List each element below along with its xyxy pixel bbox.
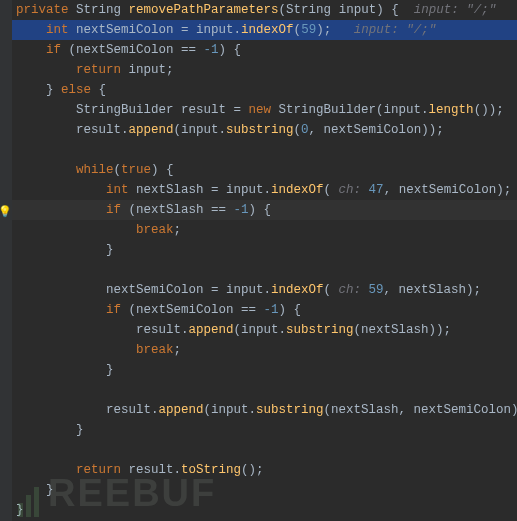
method-call: append xyxy=(129,123,174,137)
code-area[interactable]: private String removePathParameters(Stri… xyxy=(12,0,517,521)
code-line[interactable]: int nextSlash = input.indexOf( ch: 47, n… xyxy=(12,180,517,200)
paren: ( xyxy=(294,123,302,137)
brace: } xyxy=(106,243,114,257)
code-line[interactable]: private String removePathParameters(Stri… xyxy=(12,0,517,20)
keyword-while: while xyxy=(76,163,114,177)
code-line[interactable]: nextSemiColon = input.indexOf( ch: 59, n… xyxy=(12,280,517,300)
code-line[interactable] xyxy=(12,380,517,400)
brace: ) { xyxy=(376,3,399,17)
text: result. xyxy=(106,403,159,417)
semicolon: ; xyxy=(174,343,182,357)
text: result. xyxy=(121,463,181,477)
text: (); xyxy=(241,463,264,477)
code-line[interactable]: int nextSemiColon = input.indexOf(59); i… xyxy=(12,20,517,40)
code-line[interactable]: return input; xyxy=(12,60,517,80)
variable: nextSemiColon xyxy=(76,23,174,37)
code-line[interactable] xyxy=(12,440,517,460)
code-line[interactable]: } else { xyxy=(12,80,517,100)
brace: ) { xyxy=(279,303,302,317)
text: nextSemiColon = input. xyxy=(106,283,271,297)
code-line[interactable]: result.append(input.substring(nextSlash)… xyxy=(12,320,517,340)
text: result. xyxy=(136,323,189,337)
paren: ( xyxy=(324,283,332,297)
code-line[interactable] xyxy=(12,260,517,280)
lightbulb-icon[interactable]: 💡 xyxy=(0,204,11,218)
text: result. xyxy=(76,123,129,137)
code-editor[interactable]: 💡 private String removePathParameters(St… xyxy=(0,0,517,521)
code-line[interactable]: result.append(input.substring(nextSlash,… xyxy=(12,400,517,420)
number: 59 xyxy=(369,283,384,297)
code-line[interactable] xyxy=(12,140,517,160)
method-call: substring xyxy=(226,123,294,137)
brace: ) { xyxy=(219,43,242,57)
keyword-if: if xyxy=(46,43,61,57)
param-hint: ch: xyxy=(331,183,369,197)
condition: (nextSlash == xyxy=(121,203,234,217)
code-line[interactable]: break; xyxy=(12,220,517,240)
text: = input. xyxy=(174,23,242,37)
brace: } xyxy=(76,423,84,437)
inline-hint: input: "/;" xyxy=(399,3,497,17)
inline-hint: input: "/;" xyxy=(331,23,436,37)
keyword-int: int xyxy=(106,183,129,197)
paren: ( xyxy=(294,23,302,37)
text: input; xyxy=(121,63,174,77)
code-line[interactable]: break; xyxy=(12,340,517,360)
code-line[interactable]: } xyxy=(12,240,517,260)
code-line[interactable]: } xyxy=(12,500,517,520)
brace: ) { xyxy=(151,163,174,177)
code-line[interactable]: if (nextSlash == -1) { xyxy=(12,200,517,220)
param-hint: ch: xyxy=(331,283,369,297)
number: 59 xyxy=(301,23,316,37)
text: , nextSemiColon); xyxy=(384,183,512,197)
method-call: indexOf xyxy=(271,183,324,197)
keyword-int: int xyxy=(46,23,69,37)
code-line[interactable]: if (nextSemiColon == -1) { xyxy=(12,40,517,60)
text: , nextSlash); xyxy=(384,283,482,297)
text: result = xyxy=(174,103,249,117)
keyword-break: break xyxy=(136,223,174,237)
type: String xyxy=(76,3,121,17)
keyword-return: return xyxy=(76,63,121,77)
number: -1 xyxy=(204,43,219,57)
method-call: length xyxy=(429,103,474,117)
code-line[interactable]: StringBuilder result = new StringBuilder… xyxy=(12,100,517,120)
gutter: 💡 xyxy=(0,0,12,521)
number: -1 xyxy=(234,203,249,217)
code-line[interactable]: result.append(input.substring(0, nextSem… xyxy=(12,120,517,140)
param-name: input xyxy=(339,3,377,17)
text: ()); xyxy=(474,103,504,117)
code-line[interactable]: if (nextSemiColon == -1) { xyxy=(12,300,517,320)
brace: { xyxy=(99,83,107,97)
keyword-else: else xyxy=(54,83,99,97)
method-name: removePathParameters xyxy=(129,3,279,17)
type: StringBuilder xyxy=(76,103,174,117)
code-line[interactable]: while(true) { xyxy=(12,160,517,180)
method-call: append xyxy=(189,323,234,337)
brace: } xyxy=(46,83,54,97)
text: (nextSlash, nextSemiColon)); xyxy=(324,403,517,417)
condition: (nextSemiColon == xyxy=(61,43,204,57)
text: (input. xyxy=(234,323,287,337)
condition: (nextSemiColon == xyxy=(121,303,264,317)
code-line[interactable]: return result.toString(); xyxy=(12,460,517,480)
code-line[interactable]: } xyxy=(12,420,517,440)
semicolon: ; xyxy=(174,223,182,237)
number: -1 xyxy=(264,303,279,317)
paren: ( xyxy=(114,163,122,177)
keyword-new: new xyxy=(249,103,272,117)
keyword-return: return xyxy=(76,463,121,477)
text: nextSlash = input. xyxy=(129,183,272,197)
number: 0 xyxy=(301,123,309,137)
brace: } xyxy=(16,503,24,517)
text: (input. xyxy=(204,403,257,417)
code-line[interactable]: } xyxy=(12,360,517,380)
paren: ); xyxy=(316,23,331,37)
keyword-private: private xyxy=(16,3,69,17)
keyword-true: true xyxy=(121,163,151,177)
method-call: substring xyxy=(256,403,324,417)
paren: ( xyxy=(324,183,332,197)
keyword-if: if xyxy=(106,203,121,217)
code-line[interactable]: } xyxy=(12,480,517,500)
method-call: indexOf xyxy=(241,23,294,37)
